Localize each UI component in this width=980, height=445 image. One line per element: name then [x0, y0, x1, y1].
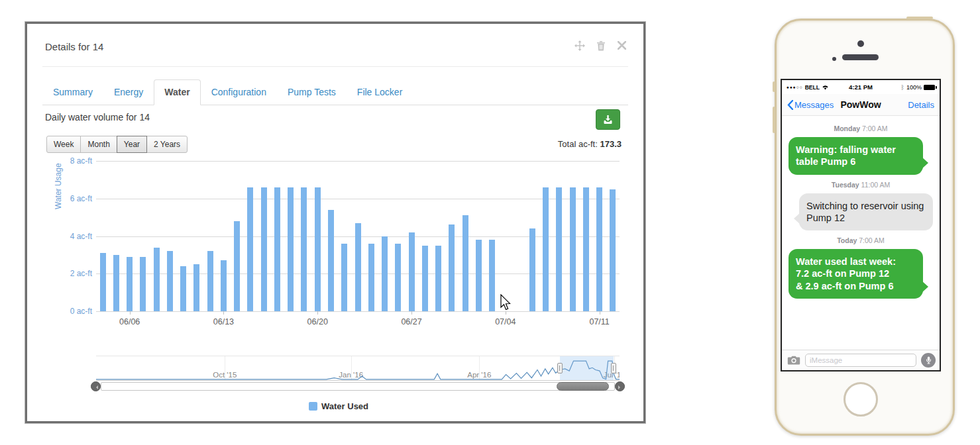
- bar-06/25: [382, 236, 388, 312]
- bar-06/17: [274, 187, 280, 311]
- range-button-2-years[interactable]: 2 Years: [146, 136, 188, 153]
- carrier-label: BELL: [805, 84, 820, 91]
- message-list: Monday 7:00 AMWarning: falling water tab…: [782, 116, 940, 299]
- bar-06/06: [127, 257, 133, 311]
- bar-07/01: [463, 215, 468, 311]
- bar-06/10: [180, 266, 186, 311]
- bar-07/06: [529, 228, 535, 311]
- bar-06/09: [167, 251, 173, 311]
- imessage-input[interactable]: [805, 354, 916, 367]
- gridline: [96, 161, 620, 162]
- bar-06/07: [140, 257, 146, 311]
- scrollbar-thumb[interactable]: [557, 382, 610, 391]
- signal-dots-icon: ●●●○○: [787, 85, 803, 89]
- y-axis-label: 0 ac-ft: [70, 307, 92, 316]
- status-bar: ●●●○○ BELL 4:21 PM ᛒ 100%: [782, 80, 940, 94]
- close-icon[interactable]: [616, 40, 627, 51]
- navigator-right-handle[interactable]: [611, 363, 616, 373]
- gridline: [96, 199, 620, 199]
- bar-06/16: [261, 187, 267, 311]
- scrollbar-right-button[interactable]: [615, 381, 625, 391]
- back-chevron-icon: [787, 100, 793, 110]
- details-button[interactable]: Details: [881, 100, 934, 110]
- message-bubble-incoming: Switching to reservoir using Pump 12: [799, 193, 933, 231]
- tab-bar: SummaryEnergyWaterConfigurationPump Test…: [42, 79, 628, 105]
- details-modal: Details for 14 SummaryEnergyWaterConfigu…: [25, 22, 645, 423]
- phone-screen: ●●●○○ BELL 4:21 PM ᛒ 100%: [781, 79, 941, 371]
- legend-label: Water Used: [321, 401, 368, 411]
- message-bubble-outgoing: Water used last week: 7.2 ac-ft on Pump …: [789, 249, 923, 299]
- x-axis-label: 06/06: [119, 317, 140, 326]
- x-axis-label: 07/04: [495, 317, 516, 326]
- y-axis-label: 6 ac-ft: [70, 194, 92, 203]
- bar-06/18: [288, 187, 294, 311]
- bar-06/27: [409, 232, 415, 311]
- phone-mockup: ●●●○○ BELL 4:21 PM ᛒ 100%: [775, 19, 955, 436]
- tab-pump-tests[interactable]: Pump Tests: [277, 79, 347, 105]
- bar-06/14: [234, 221, 240, 311]
- wifi-icon: [822, 84, 829, 90]
- bar-06/30: [449, 224, 455, 311]
- timestamp-time: 11:00 AM: [859, 181, 891, 189]
- bar-07/07: [543, 187, 549, 311]
- range-button-year[interactable]: Year: [117, 136, 147, 153]
- navigator-selected-range[interactable]: [560, 356, 614, 380]
- tab-energy[interactable]: Energy: [103, 79, 154, 105]
- x-axis-tick: [130, 311, 131, 315]
- conversation-title: PowWow: [840, 99, 881, 110]
- bar-06/22: [341, 244, 347, 311]
- bar-06/11: [193, 264, 199, 311]
- range-button-week[interactable]: Week: [46, 136, 81, 153]
- x-axis-tick: [223, 311, 224, 315]
- message-timestamp: Today 7:00 AM: [787, 236, 934, 244]
- tab-water[interactable]: Water: [154, 79, 200, 105]
- timestamp-time: 7:00 AM: [860, 124, 887, 132]
- bar-06/29: [435, 246, 441, 311]
- tab-file-locker[interactable]: File Locker: [347, 79, 413, 105]
- chart-plot-area: 06/0606/1306/2006/2707/0407/11: [96, 161, 620, 311]
- legend-item-water-used[interactable]: Water Used: [309, 401, 368, 411]
- navigator-left-handle[interactable]: [557, 363, 563, 373]
- chart-scrollbar: [91, 381, 625, 392]
- camera-icon[interactable]: [787, 356, 800, 365]
- timestamp-time: 7:00 AM: [857, 236, 884, 244]
- bar-06/12: [207, 251, 213, 311]
- app-canvas: Details for 14 SummaryEnergyWaterConfigu…: [0, 0, 980, 445]
- range-button-month[interactable]: Month: [80, 136, 117, 153]
- total-value: 173.3: [600, 139, 622, 149]
- message-timestamp: Tuesday 11:00 AM: [787, 181, 934, 189]
- chart-navigator[interactable]: Oct '15Jan '16Apr '16Jul '16: [96, 356, 620, 381]
- mute-switch: [773, 81, 775, 92]
- modal-title: Details for 14: [45, 41, 103, 52]
- x-axis-label: 06/20: [307, 317, 328, 326]
- battery-percent: 100%: [906, 84, 922, 91]
- bar-07/12: [610, 189, 616, 311]
- front-camera: [857, 40, 864, 47]
- home-button[interactable]: [844, 382, 878, 417]
- power-button: [906, 17, 933, 19]
- status-left: ●●●○○ BELL: [787, 84, 849, 91]
- microphone-icon[interactable]: [921, 353, 936, 368]
- y-axis-title: Water Usage: [54, 163, 63, 209]
- bar-06/24: [368, 244, 374, 311]
- move-icon[interactable]: [574, 40, 585, 51]
- scrollbar-track[interactable]: [101, 382, 615, 391]
- battery-icon: [924, 85, 935, 90]
- x-axis-label: 06/27: [401, 317, 421, 326]
- tab-summary[interactable]: Summary: [42, 79, 103, 105]
- timestamp-day: Today: [837, 236, 857, 244]
- legend-swatch: [309, 402, 317, 411]
- bar-06/20: [315, 187, 321, 311]
- trash-icon[interactable]: [595, 40, 606, 51]
- scrollbar-left-button[interactable]: [91, 381, 101, 391]
- download-icon: [603, 115, 613, 124]
- download-button[interactable]: [596, 109, 620, 130]
- tab-configuration[interactable]: Configuration: [201, 79, 277, 105]
- bar-06/05: [113, 255, 119, 311]
- bar-07/09: [570, 187, 576, 311]
- total-label: Total ac-ft:: [558, 139, 598, 149]
- back-to-messages-button[interactable]: Messages: [787, 100, 840, 110]
- clock: 4:21 PM: [849, 83, 873, 91]
- timestamp-day: Tuesday: [832, 181, 859, 189]
- range-button-group: WeekMonthYear2 Years: [46, 136, 188, 153]
